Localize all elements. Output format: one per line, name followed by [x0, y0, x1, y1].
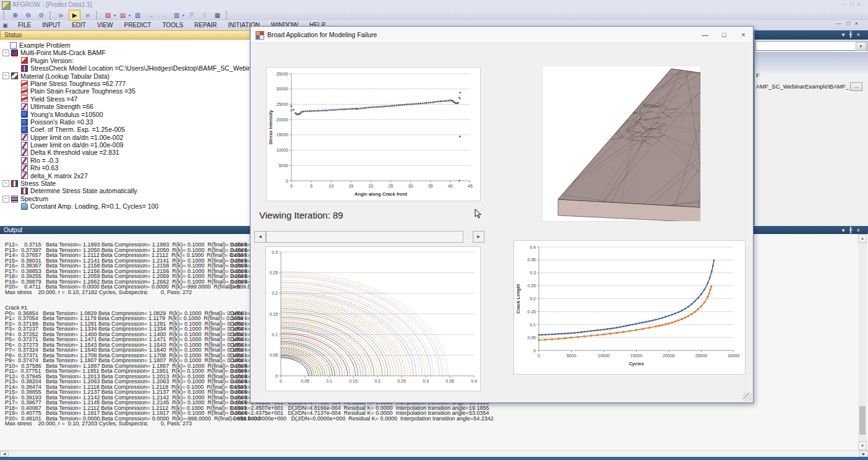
iteration-slider[interactable]: ◀ ▶: [254, 231, 483, 241]
tree-item-label: Spectrum: [20, 195, 48, 202]
scroll-right-icon[interactable]: ▶: [859, 451, 868, 457]
menu-item-tools[interactable]: TOOLS: [157, 20, 189, 30]
table-icon[interactable]: ▦: [212, 10, 223, 20]
tree-item-label: Material (Lookup Tabular Data): [20, 72, 110, 80]
stress-state-icon: [21, 188, 28, 194]
tree-item[interactable]: Coef. of Therm. Exp. =1.25e-005: [0, 126, 254, 133]
material-icon: [11, 72, 18, 79]
scroll-up-icon[interactable]: ▲: [858, 234, 867, 243]
initiation-tool-icon[interactable]: ▥: [171, 10, 183, 20]
tree-item[interactable]: Example Problem: [0, 41, 254, 49]
menu-item-file[interactable]: FILE: [12, 20, 37, 30]
svg-text:0.15: 0.15: [349, 379, 358, 383]
log-view-icon[interactable]: ▤: [117, 10, 129, 20]
svg-text:20000: 20000: [277, 118, 289, 122]
tree-item[interactable]: −Material (Lookup Tabular Data): [0, 72, 254, 80]
dropdown-icon[interactable]: ▾: [129, 13, 131, 17]
repair-tool-icon[interactable]: →: [145, 10, 157, 20]
combo-dropdown-icon[interactable]: ▼: [856, 42, 866, 51]
mdi-window-controls[interactable]: —□×: [836, 20, 863, 27]
minimize-icon: —: [841, 1, 850, 7]
tree-item[interactable]: Yield Stress =47: [0, 95, 254, 103]
dialog-titlebar[interactable]: Broad Application for Modeling Failure —…: [251, 27, 753, 43]
marker-tool-icon[interactable]: →: [158, 10, 170, 20]
slider-left-icon[interactable]: ◀: [254, 231, 266, 243]
vscroll-thumb[interactable]: [859, 406, 866, 435]
tree-item-label: Young's Modulus =10500: [30, 111, 103, 118]
app-window-controls[interactable]: —□×: [841, 1, 864, 7]
tree-item[interactable]: Rhi =0.63: [0, 164, 254, 171]
bamf-plugin-icon: [11, 50, 18, 56]
zoom-window-icon[interactable]: ⊘: [35, 10, 47, 20]
svg-text:0.3: 0.3: [272, 250, 278, 254]
toolbar-grip: [49, 11, 53, 19]
svg-text:0.2: 0.2: [530, 297, 536, 301]
tree-item[interactable]: Delta K threshold value =2.831: [0, 149, 254, 156]
stop-icon[interactable]: ■: [82, 10, 93, 20]
menu-item-edit[interactable]: EDIT: [66, 20, 92, 30]
right-panel-header[interactable]: ▾╂×: [755, 30, 868, 40]
tree-item[interactable]: −Spectrum: [0, 195, 254, 202]
tree-item-label: Coef. of Therm. Exp. =1.25e-005: [30, 126, 125, 133]
restore-icon: □: [850, 1, 857, 7]
menu-item-view[interactable]: VIEW: [92, 20, 119, 30]
upload-icon[interactable]: ⇧: [199, 10, 210, 20]
tree-item[interactable]: Young's Modulus =10500: [0, 111, 254, 118]
dropdown-icon[interactable]: ▾: [183, 13, 184, 17]
toolbar-grip: [3, 11, 7, 19]
tree-item[interactable]: Lower limit on da/dn =1.00e-009: [0, 141, 254, 149]
tree-item-label: Rlo = -0.3: [30, 157, 59, 164]
scroll-down-icon[interactable]: ▼: [858, 441, 867, 450]
svg-text:0.1: 0.1: [326, 379, 332, 383]
tree-item[interactable]: Constant Amp. Loading, R=0.1, Cycles= 10…: [0, 202, 254, 210]
svg-text:Cycles: Cycles: [629, 361, 643, 367]
tree-expander-icon[interactable]: −: [2, 180, 9, 187]
tree-item[interactable]: −Stress State: [0, 180, 254, 187]
tree-expander-icon[interactable]: −: [2, 72, 9, 79]
tree-item[interactable]: Plain Strain Fracture Toughness =35: [0, 87, 254, 95]
svg-text:0: 0: [280, 379, 282, 383]
zoom-out-icon[interactable]: ⊖: [22, 10, 34, 20]
tree-item[interactable]: Plane Stress Toughness =62.777: [0, 80, 254, 87]
right-panel-combobox[interactable]: ▼: [755, 41, 867, 51]
tree-item-label: Upper limit on da/dn =1.00e-002: [30, 134, 123, 141]
scroll-left-icon[interactable]: ◀: [0, 451, 9, 457]
status-panel-header[interactable]: Status: [0, 30, 255, 40]
svg-text:0.05: 0.05: [301, 379, 309, 383]
tree-item[interactable]: Plugin Version:: [0, 57, 254, 64]
dialog-maximize-button[interactable]: □: [715, 27, 734, 43]
tree-item[interactable]: StressCheck Model Location =C:\Users\JHo…: [0, 64, 254, 72]
tree-item-label: Ultimate Strength =66: [30, 103, 93, 110]
dialog-minimize-button[interactable]: —: [695, 27, 715, 43]
tree-expander-icon[interactable]: −: [2, 50, 9, 56]
browse-button[interactable]: ...: [850, 82, 862, 91]
tree-item[interactable]: Ultimate Strength =66: [0, 103, 254, 110]
menu-item-repair[interactable]: REPAIR: [189, 20, 223, 30]
tree-item[interactable]: Rlo = -0.3: [0, 157, 254, 164]
dropdown-icon[interactable]: ▾: [114, 13, 116, 17]
run-predict-icon[interactable]: ▶: [69, 10, 80, 20]
spectrum-view-icon[interactable]: ▥: [132, 10, 144, 20]
zoom-in-icon[interactable]: ⊕: [9, 10, 21, 20]
slider-thumb[interactable]: [266, 231, 463, 243]
output-hscrollbar[interactable]: ◀ ▶: [0, 450, 868, 457]
tree-expander-icon[interactable]: −: [2, 196, 9, 202]
step-back-icon[interactable]: ▶: [56, 10, 67, 20]
dialog-close-button[interactable]: ×: [734, 27, 753, 43]
svg-text:0.1: 0.1: [530, 323, 536, 327]
resize-grip-icon[interactable]: [743, 393, 752, 401]
output-vscrollbar[interactable]: ▲ ▼: [858, 234, 867, 450]
menu-item-predict[interactable]: PREDICT: [118, 20, 157, 30]
slider-right-icon[interactable]: ▶: [473, 231, 484, 243]
tree-item[interactable]: Poisson's Ratio =0.33: [0, 118, 254, 126]
output-line: P18= 0.40067 Beta Tension= 1.2112 Beta C…: [0, 405, 854, 410]
tree-item[interactable]: delta_K matrix 2x27: [0, 172, 254, 180]
tree-item[interactable]: −Multi-Point Multi-Crack BAMF: [0, 49, 254, 56]
beta-editor-icon[interactable]: ▨: [102, 10, 114, 20]
document-icon: ▣: [2, 22, 10, 28]
tree-item[interactable]: Upper limit on da/dn =1.00e-002: [0, 134, 254, 141]
pause-icon[interactable]: P: [186, 10, 197, 20]
tree-item[interactable]: Determine Stress State automatically: [0, 187, 254, 194]
svg-text:0.2: 0.2: [272, 291, 278, 295]
menu-item-input[interactable]: INPUT: [37, 20, 66, 30]
